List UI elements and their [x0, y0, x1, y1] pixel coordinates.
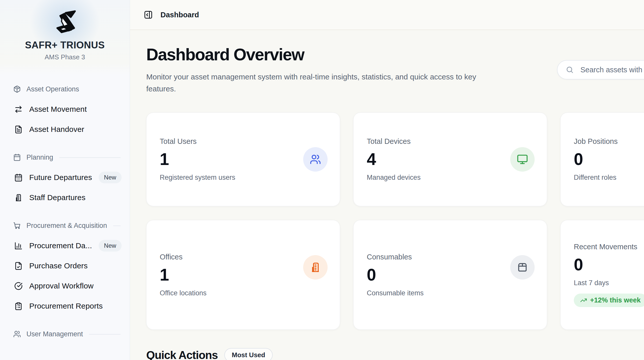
package-box-icon: [517, 262, 528, 273]
calendar-icon: [13, 154, 21, 161]
stats-row-2: Offices 1 Office locations Consumables 0…: [146, 220, 644, 330]
panel-collapse-icon[interactable]: [144, 10, 153, 19]
package-icon: [13, 85, 21, 93]
arrows-right-left-icon: [14, 105, 23, 114]
section-label: User Management: [26, 330, 83, 338]
section-header-planning: Planning: [0, 149, 130, 165]
sidebar: SAFR+ TRIONUS AMS Phase 3 Asset Operatio…: [0, 0, 130, 360]
section-label: Planning: [26, 154, 53, 161]
new-badge: New: [99, 172, 122, 183]
sidebar-item-label: Staff Departures: [29, 193, 85, 202]
quick-actions-section: Quick Actions Most Used: [146, 348, 644, 360]
sidebar-item-staff-departures[interactable]: Staff Departures: [0, 189, 130, 206]
card-label: Job Positions: [574, 137, 644, 146]
card-sublabel: Office locations: [160, 289, 340, 297]
stat-card-total-devices[interactable]: Total Devices 4 Managed devices: [353, 113, 547, 206]
clipboard-list-icon: [14, 302, 23, 310]
stat-card-recent-movements[interactable]: Recent Movements 0 Last 7 days +12% this…: [560, 220, 644, 330]
main-area: Dashboard Dashboard Overview Monitor you…: [130, 0, 644, 360]
sidebar-item-future-departures[interactable]: Future Departures New: [0, 169, 130, 186]
sidebar-nav: Asset Operations Asset Movement Asset Ha…: [0, 74, 130, 342]
sidebar-item-label: Future Departures: [29, 173, 92, 182]
dashboard-content: Dashboard Overview Monitor your asset ma…: [130, 30, 644, 360]
search-input[interactable]: [580, 66, 644, 74]
stat-card-job-positions[interactable]: Job Positions 0 Different roles: [560, 113, 644, 206]
stat-card-offices[interactable]: Offices 1 Office locations: [146, 220, 340, 330]
new-badge: New: [99, 240, 122, 252]
card-label: Total Devices: [367, 137, 547, 146]
card-label: Recent Movements: [574, 243, 644, 251]
card-icon-badge: [510, 147, 535, 172]
sidebar-brand: SAFR+ TRIONUS AMS Phase 3: [0, 0, 130, 74]
page-description: Monitor your asset management system wit…: [146, 71, 490, 95]
card-icon-badge: [303, 255, 328, 280]
sidebar-item-procurement-dashboard[interactable]: Procurement Da... New: [0, 238, 130, 254]
monitor-icon: [517, 154, 528, 165]
users-icon: [310, 154, 321, 165]
most-used-badge: Most Used: [224, 348, 272, 360]
bar-chart-icon: [14, 242, 23, 250]
topbar-title: Dashboard: [160, 11, 199, 19]
search-icon: [566, 66, 574, 74]
trend-badge: +12% this week: [574, 294, 644, 307]
sidebar-item-asset-handover[interactable]: Asset Handover: [0, 121, 130, 137]
sidebar-item-label: Asset Handover: [29, 125, 84, 134]
stat-card-total-users[interactable]: Total Users 1 Registered system users: [146, 113, 340, 206]
card-value: 0: [574, 151, 644, 168]
card-icon-badge: [510, 255, 535, 280]
file-check-icon: [14, 262, 23, 270]
building-icon: [14, 193, 23, 202]
section-label: Asset Operations: [26, 85, 79, 93]
sidebar-item-label: Procurement Da...: [29, 241, 92, 250]
brand-title: SAFR+ TRIONUS: [25, 40, 105, 51]
card-sublabel: Different roles: [574, 174, 644, 182]
card-label: Total Users: [160, 137, 340, 146]
card-value: 0: [574, 256, 644, 273]
origami-bird-logo-icon: [51, 9, 78, 36]
file-text-icon: [14, 125, 23, 134]
sidebar-item-purchase-orders[interactable]: Purchase Orders: [0, 258, 130, 274]
card-icon-badge: [303, 147, 328, 172]
card-sublabel: Last 7 days: [574, 279, 644, 287]
shopping-cart-icon: [13, 222, 21, 229]
stats-row-1: Total Users 1 Registered system users To…: [146, 113, 644, 206]
sidebar-item-procurement-reports[interactable]: Procurement Reports: [0, 298, 130, 314]
sidebar-item-label: Procurement Reports: [29, 302, 103, 310]
stat-card-consumables[interactable]: Consumables 0 Consumable items: [353, 220, 547, 330]
sidebar-item-label: Asset Movement: [29, 105, 87, 114]
trending-up-icon: [580, 297, 587, 304]
sidebar-item-approval-workflow[interactable]: Approval Workflow: [0, 278, 130, 294]
trend-text: +12% this week: [590, 296, 641, 304]
card-sublabel: Registered system users: [160, 174, 340, 182]
section-header-procurement: Procurement & Acquisition: [0, 217, 130, 234]
card-sublabel: Consumable items: [367, 289, 547, 297]
sidebar-item-label: Approval Workflow: [29, 282, 94, 290]
brand-subtitle: AMS Phase 3: [45, 53, 85, 61]
sidebar-item-asset-movement[interactable]: Asset Movement: [0, 101, 130, 117]
users-icon: [13, 330, 21, 338]
calendar-days-icon: [14, 173, 23, 182]
topbar: Dashboard: [130, 0, 644, 30]
quick-actions-title: Quick Actions: [146, 349, 218, 360]
circle-check-icon: [14, 282, 23, 290]
section-header-user-management: User Management: [0, 326, 130, 342]
card-sublabel: Managed devices: [367, 174, 547, 182]
sidebar-item-label: Purchase Orders: [29, 261, 88, 270]
section-label: Procurement & Acquisition: [26, 222, 107, 230]
section-header-asset-operations: Asset Operations: [0, 81, 130, 97]
building-icon: [310, 262, 321, 273]
asset-search[interactable]: [557, 60, 644, 79]
